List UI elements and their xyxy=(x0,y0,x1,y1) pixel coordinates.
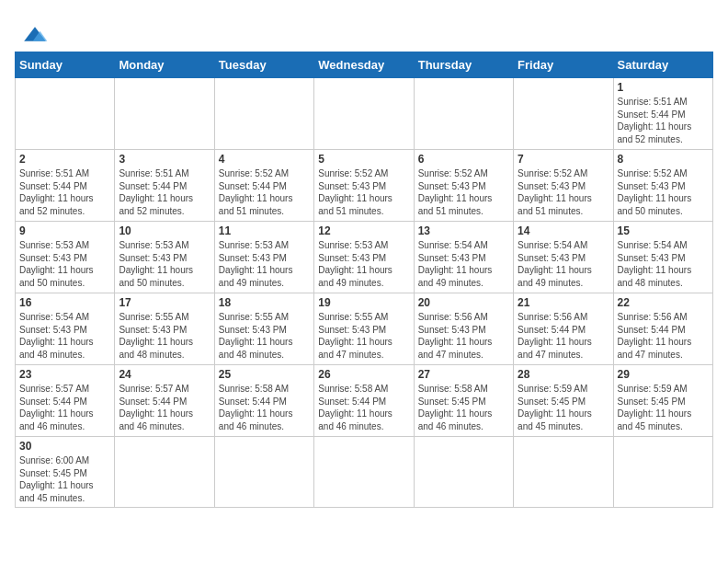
cell-day-number: 1 xyxy=(618,81,709,94)
cell-day-number: 7 xyxy=(518,153,609,166)
cell-sun-info: Sunrise: 5:51 AM Sunset: 5:44 PM Dayligh… xyxy=(19,167,110,217)
cell-sun-info: Sunrise: 5:54 AM Sunset: 5:43 PM Dayligh… xyxy=(618,239,709,289)
cell-day-number: 17 xyxy=(119,296,210,309)
cell-sun-info: Sunrise: 5:55 AM Sunset: 5:43 PM Dayligh… xyxy=(119,311,210,361)
cell-sun-info: Sunrise: 5:51 AM Sunset: 5:44 PM Dayligh… xyxy=(618,96,709,145)
cell-sun-info: Sunrise: 5:55 AM Sunset: 5:43 PM Dayligh… xyxy=(219,311,310,361)
cell-day-number: 25 xyxy=(219,368,310,381)
weekday-thursday: Thursday xyxy=(414,52,513,78)
cell-day-number: 13 xyxy=(418,224,509,237)
cell-sun-info: Sunrise: 5:52 AM Sunset: 5:43 PM Dayligh… xyxy=(418,167,509,217)
cell-sun-info: Sunrise: 5:52 AM Sunset: 5:44 PM Dayligh… xyxy=(219,167,310,217)
calendar-cell xyxy=(314,437,414,508)
calendar-cell: 1Sunrise: 5:51 AM Sunset: 5:44 PM Daylig… xyxy=(613,78,712,150)
calendar-cell xyxy=(613,437,712,508)
cell-day-number: 3 xyxy=(119,153,210,166)
calendar-cell: 26Sunrise: 5:58 AM Sunset: 5:44 PM Dayli… xyxy=(314,365,414,437)
calendar-cell: 12Sunrise: 5:53 AM Sunset: 5:43 PM Dayli… xyxy=(314,222,414,293)
cell-sun-info: Sunrise: 5:59 AM Sunset: 5:45 PM Dayligh… xyxy=(618,383,709,432)
cell-day-number: 9 xyxy=(19,224,110,237)
logo xyxy=(15,15,53,44)
calendar-cell xyxy=(115,78,214,150)
weekday-sunday: Sunday xyxy=(16,52,115,78)
calendar-cell: 17Sunrise: 5:55 AM Sunset: 5:43 PM Dayli… xyxy=(115,293,214,365)
calendar-cell xyxy=(414,437,513,508)
cell-day-number: 16 xyxy=(19,296,110,309)
calendar-cell: 11Sunrise: 5:53 AM Sunset: 5:43 PM Dayli… xyxy=(214,222,313,293)
calendar-week-5: 23Sunrise: 5:57 AM Sunset: 5:44 PM Dayli… xyxy=(16,365,713,437)
cell-day-number: 10 xyxy=(119,224,210,237)
calendar-cell xyxy=(314,78,414,150)
cell-sun-info: Sunrise: 5:56 AM Sunset: 5:44 PM Dayligh… xyxy=(518,311,609,361)
cell-sun-info: Sunrise: 5:52 AM Sunset: 5:43 PM Dayligh… xyxy=(518,167,609,217)
calendar-cell: 30Sunrise: 6:00 AM Sunset: 5:45 PM Dayli… xyxy=(16,437,115,508)
calendar-week-1: 1Sunrise: 5:51 AM Sunset: 5:44 PM Daylig… xyxy=(16,78,713,150)
cell-sun-info: Sunrise: 5:53 AM Sunset: 5:43 PM Dayligh… xyxy=(19,239,110,289)
header xyxy=(15,15,713,44)
calendar-cell: 23Sunrise: 5:57 AM Sunset: 5:44 PM Dayli… xyxy=(16,365,115,437)
calendar-cell: 18Sunrise: 5:55 AM Sunset: 5:43 PM Dayli… xyxy=(214,293,313,365)
cell-sun-info: Sunrise: 5:57 AM Sunset: 5:44 PM Dayligh… xyxy=(119,383,210,432)
cell-day-number: 15 xyxy=(618,224,709,237)
cell-sun-info: Sunrise: 5:57 AM Sunset: 5:44 PM Dayligh… xyxy=(19,383,110,432)
cell-day-number: 20 xyxy=(418,296,509,309)
cell-day-number: 30 xyxy=(19,440,110,453)
cell-day-number: 6 xyxy=(418,153,509,166)
weekday-monday: Monday xyxy=(115,52,214,78)
weekday-header-row: SundayMondayTuesdayWednesdayThursdayFrid… xyxy=(16,52,713,78)
calendar-cell: 25Sunrise: 5:58 AM Sunset: 5:44 PM Dayli… xyxy=(214,365,313,437)
calendar-cell: 4Sunrise: 5:52 AM Sunset: 5:44 PM Daylig… xyxy=(214,150,313,222)
calendar-cell: 21Sunrise: 5:56 AM Sunset: 5:44 PM Dayli… xyxy=(514,293,613,365)
cell-day-number: 19 xyxy=(318,296,409,309)
cell-sun-info: Sunrise: 5:52 AM Sunset: 5:43 PM Dayligh… xyxy=(318,167,409,217)
weekday-tuesday: Tuesday xyxy=(214,52,313,78)
cell-day-number: 12 xyxy=(318,224,409,237)
cell-sun-info: Sunrise: 5:59 AM Sunset: 5:45 PM Dayligh… xyxy=(518,383,609,432)
calendar-cell xyxy=(16,78,115,150)
cell-day-number: 18 xyxy=(219,296,310,309)
cell-sun-info: Sunrise: 5:53 AM Sunset: 5:43 PM Dayligh… xyxy=(318,239,409,289)
cell-day-number: 14 xyxy=(518,224,609,237)
calendar-cell: 27Sunrise: 5:58 AM Sunset: 5:45 PM Dayli… xyxy=(414,365,513,437)
cell-day-number: 21 xyxy=(518,296,609,309)
cell-sun-info: Sunrise: 5:58 AM Sunset: 5:45 PM Dayligh… xyxy=(418,383,509,432)
logo-icon xyxy=(17,24,53,44)
cell-sun-info: Sunrise: 5:58 AM Sunset: 5:44 PM Dayligh… xyxy=(318,383,409,432)
calendar-cell: 3Sunrise: 5:51 AM Sunset: 5:44 PM Daylig… xyxy=(115,150,214,222)
calendar-cell: 13Sunrise: 5:54 AM Sunset: 5:43 PM Dayli… xyxy=(414,222,513,293)
calendar-cell xyxy=(214,437,313,508)
calendar-cell: 8Sunrise: 5:52 AM Sunset: 5:43 PM Daylig… xyxy=(613,150,712,222)
cell-sun-info: Sunrise: 5:53 AM Sunset: 5:43 PM Dayligh… xyxy=(219,239,310,289)
cell-sun-info: Sunrise: 6:00 AM Sunset: 5:45 PM Dayligh… xyxy=(19,454,110,504)
calendar-week-3: 9Sunrise: 5:53 AM Sunset: 5:43 PM Daylig… xyxy=(16,222,713,293)
cell-day-number: 8 xyxy=(618,153,709,166)
cell-day-number: 29 xyxy=(618,368,709,381)
cell-sun-info: Sunrise: 5:55 AM Sunset: 5:43 PM Dayligh… xyxy=(318,311,409,361)
cell-day-number: 2 xyxy=(19,153,110,166)
calendar-week-2: 2Sunrise: 5:51 AM Sunset: 5:44 PM Daylig… xyxy=(16,150,713,222)
cell-day-number: 22 xyxy=(618,296,709,309)
calendar-cell: 28Sunrise: 5:59 AM Sunset: 5:45 PM Dayli… xyxy=(514,365,613,437)
cell-day-number: 26 xyxy=(318,368,409,381)
calendar-cell xyxy=(514,437,613,508)
cell-day-number: 4 xyxy=(219,153,310,166)
calendar-cell xyxy=(214,78,313,150)
calendar-cell: 14Sunrise: 5:54 AM Sunset: 5:43 PM Dayli… xyxy=(514,222,613,293)
calendar-cell: 2Sunrise: 5:51 AM Sunset: 5:44 PM Daylig… xyxy=(16,150,115,222)
calendar-cell: 29Sunrise: 5:59 AM Sunset: 5:45 PM Dayli… xyxy=(613,365,712,437)
cell-sun-info: Sunrise: 5:54 AM Sunset: 5:43 PM Dayligh… xyxy=(19,311,110,361)
calendar-week-4: 16Sunrise: 5:54 AM Sunset: 5:43 PM Dayli… xyxy=(16,293,713,365)
calendar-cell xyxy=(414,78,513,150)
cell-sun-info: Sunrise: 5:53 AM Sunset: 5:43 PM Dayligh… xyxy=(119,239,210,289)
cell-day-number: 11 xyxy=(219,224,310,237)
calendar-cell: 20Sunrise: 5:56 AM Sunset: 5:43 PM Dayli… xyxy=(414,293,513,365)
calendar-cell: 24Sunrise: 5:57 AM Sunset: 5:44 PM Dayli… xyxy=(115,365,214,437)
calendar-cell: 7Sunrise: 5:52 AM Sunset: 5:43 PM Daylig… xyxy=(514,150,613,222)
cell-sun-info: Sunrise: 5:56 AM Sunset: 5:43 PM Dayligh… xyxy=(418,311,509,361)
cell-day-number: 24 xyxy=(119,368,210,381)
cell-day-number: 5 xyxy=(318,153,409,166)
calendar-cell: 15Sunrise: 5:54 AM Sunset: 5:43 PM Dayli… xyxy=(613,222,712,293)
weekday-friday: Friday xyxy=(514,52,613,78)
cell-day-number: 28 xyxy=(518,368,609,381)
calendar-cell: 19Sunrise: 5:55 AM Sunset: 5:43 PM Dayli… xyxy=(314,293,414,365)
